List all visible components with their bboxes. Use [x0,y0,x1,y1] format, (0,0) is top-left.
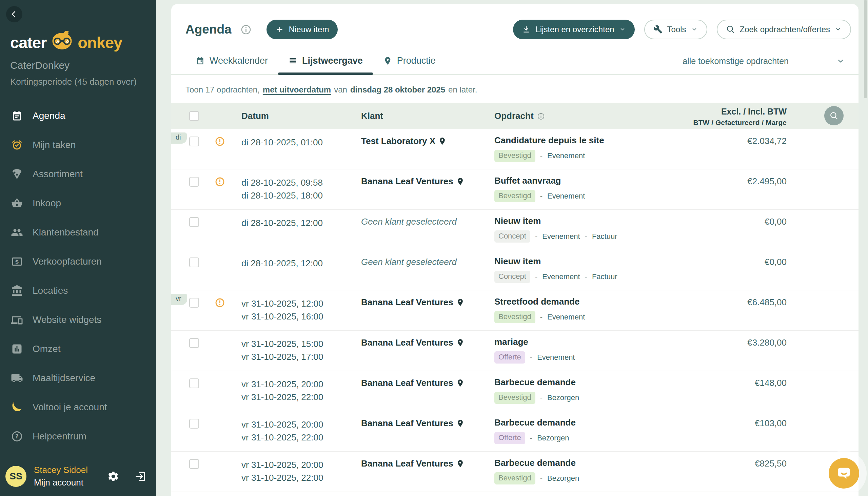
row-link-factuur[interactable]: Factuur [592,232,617,241]
people-icon [11,226,23,238]
row-client[interactable]: Geen klant geselecteerd [361,257,457,267]
main-content: Agenda Nieuw item Lijsten en overzichten… [156,0,868,496]
info-icon[interactable] [537,112,545,120]
sidebar-item-verkoopfacturen[interactable]: $Verkoopfacturen [0,247,156,276]
row-client[interactable]: Banana Leaf Ventures [361,378,465,388]
row-title[interactable]: Nieuw item [494,216,617,226]
row-client[interactable]: Banana Leaf Ventures [361,176,465,187]
status-badge: Bevestigd [494,150,535,162]
chart-icon [11,343,23,355]
row-title[interactable]: Barbecue demande [494,377,579,388]
row-link-evenement[interactable]: Evenement [547,313,585,322]
chat-launcher-button[interactable] [829,458,859,489]
sidebar-item-assortiment[interactable]: Assortiment [0,159,156,189]
page-header: Agenda Nieuw item Lijsten en overzichten… [171,4,858,39]
table-search-button[interactable] [824,106,843,125]
sidebar-item-helpcentrum[interactable]: ?Helpcentrum [0,422,156,451]
calendar-icon [11,110,23,122]
sidebar-item-maaltijdservice[interactable]: Maaltijdservice [0,363,156,393]
table-row[interactable]: vrvr 31-10-2025, 12:00vr 31-10-2025, 16:… [171,290,858,331]
row-client[interactable]: Banana Leaf Ventures [361,418,465,429]
tools-button[interactable]: Tools [644,20,707,39]
row-link-bezorgen[interactable]: Bezorgen [547,474,579,483]
row-meta: Bevestigd-Evenement [494,311,585,323]
tab-productie[interactable]: Productie [373,51,446,74]
row-checkbox[interactable] [189,137,199,146]
row-title[interactable]: Buffet aanvraag [494,175,585,186]
row-link-evenement[interactable]: Evenement [542,232,580,241]
account-row[interactable]: SS Stacey Sidoel Mijn account [5,465,149,488]
row-checkbox[interactable] [189,419,199,429]
table-row[interactable]: di 28-10-2025, 12:00Geen klant geselecte… [171,210,858,250]
row-title[interactable]: mariage [494,337,575,347]
tab-weekkalender[interactable]: Weekkalender [185,51,278,74]
sidebar-item-agenda[interactable]: Agenda [0,101,156,130]
sidebar-item-mijn-taken[interactable]: Mijn taken [0,130,156,159]
row-checkbox[interactable] [189,338,199,348]
tab-lijstweergave[interactable]: Lijstweergave [278,51,373,74]
search-orders-button[interactable]: Zoek opdrachten/offertes [717,20,851,39]
sidebar-item-klantenbestand[interactable]: Klantenbestand [0,218,156,247]
chevron-down-icon [836,57,845,66]
row-opdracht: Nieuw itemConcept-Evenement-Factuur [494,256,617,283]
row-link-evenement[interactable]: Evenement [542,273,580,281]
row-title[interactable]: Streetfood demande [494,296,585,307]
table-row[interactable]: di 28-10-2025, 12:00Geen klant geselecte… [171,250,858,290]
row-checkbox[interactable] [189,217,199,227]
collapse-sidebar-button[interactable] [6,6,23,22]
table-row[interactable]: didi 28-10-2025, 01:00Test Laboratory XC… [171,129,858,169]
logout-icon[interactable] [134,470,147,482]
sidebar-item-inkoop[interactable]: Inkoop [0,189,156,218]
table-row[interactable]: vr 31-10-2025, 20:00vr 31-10-2025, 22:00… [171,371,858,411]
row-amount: €2.495,00 [747,176,787,187]
lists-overviews-button[interactable]: Lijsten en overzichten [513,20,634,39]
row-link-evenement[interactable]: Evenement [547,152,585,160]
info-icon[interactable] [240,24,252,35]
settings-gear-icon[interactable] [107,470,119,482]
sidebar-item-omzet[interactable]: Omzet [0,335,156,363]
row-link-bezorgen[interactable]: Bezorgen [537,434,569,443]
row-client[interactable]: Test Laboratory X [361,136,447,146]
row-title[interactable]: Nieuw item [494,256,617,267]
table-row[interactable]: di 28-10-2025, 09:58di 28-10-2025, 18:00… [171,169,858,210]
location-pin-icon [456,379,465,387]
summary-line: Toon 17 opdrachten, met uitvoerdatum van… [185,85,858,94]
row-checkbox[interactable] [189,177,199,187]
table-row[interactable]: vr 31-10-2025, 20:00vr 31-10-2025, 22:00… [171,411,858,452]
uitvoerdatum-link[interactable]: met uitvoerdatum [263,85,331,94]
select-all-checkbox[interactable] [189,111,199,121]
row-client[interactable]: Geen klant geselecteerd [361,217,457,227]
new-item-button[interactable]: Nieuw item [267,20,338,39]
row-checkbox[interactable] [189,298,199,308]
column-klant[interactable]: Klant [361,103,383,129]
dash: - [540,474,542,483]
chevron-down-icon [619,26,626,33]
row-link-evenement[interactable]: Evenement [547,192,585,201]
row-link-bezorgen[interactable]: Bezorgen [547,393,579,402]
sidebar-item-website-widgets[interactable]: Website widgets [0,305,156,335]
row-client[interactable]: Banana Leaf Ventures [361,459,465,469]
row-client[interactable]: Banana Leaf Ventures [361,297,465,308]
sidebar-item-locaties[interactable]: Locaties [0,276,156,305]
row-title[interactable]: Candidature depuis le site [494,135,604,146]
row-link-factuur[interactable]: Factuur [592,273,617,281]
row-checkbox[interactable] [189,378,199,388]
row-title[interactable]: Barbecue demande [494,417,576,428]
row-checkbox[interactable] [189,459,199,469]
sidebar-item-label: Website widgets [32,314,101,325]
row-client[interactable]: Banana Leaf Ventures [361,338,465,348]
table-row[interactable]: vr 31-10-2025, 20:00vr 31-10-2025, 22:00… [171,452,858,492]
row-title[interactable]: Barbecue demande [494,458,579,468]
filter-dropdown[interactable]: alle toekomstige opdrachten [683,56,845,74]
avatar[interactable]: SS [5,466,27,487]
location-pin-icon [438,137,447,145]
row-checkbox[interactable] [189,258,199,267]
scrollbar-thumb[interactable] [864,0,867,98]
row-link-evenement[interactable]: Evenement [537,353,575,362]
status-badge: Offerte [494,432,525,444]
column-datum[interactable]: Datum [241,103,269,129]
sidebar-item-voltooi-account[interactable]: Voltooi je account [0,393,156,422]
table-row[interactable]: vr 31-10-2025, 15:00vr 31-10-2025, 17:00… [171,331,858,371]
search-icon [830,111,838,120]
column-opdracht[interactable]: Opdracht [494,103,545,129]
